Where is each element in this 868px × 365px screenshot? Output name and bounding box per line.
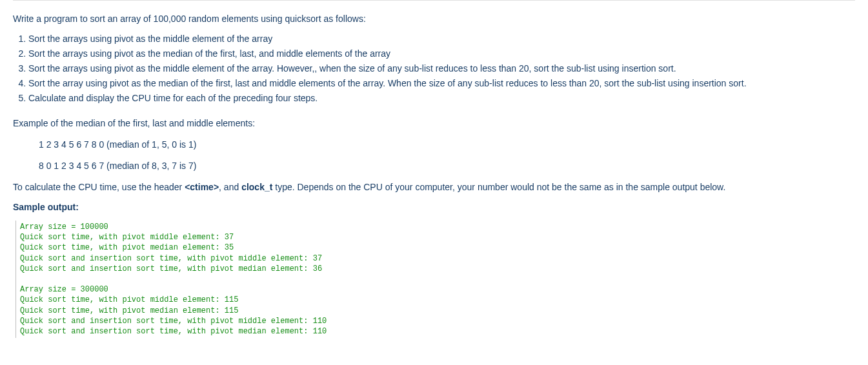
steps-list: Sort the arrays using pivot as the middl…: [13, 32, 855, 105]
calc-paragraph: To calculate the CPU time, use the heade…: [13, 181, 855, 194]
sample-output-label-text: Sample output:: [13, 202, 79, 212]
example-line: 1 2 3 4 5 6 7 8 0 (median of 1, 5, 0 is …: [39, 138, 855, 152]
top-divider: [13, 0, 855, 1]
sample-output-label: Sample output:: [13, 201, 855, 214]
example-block: 1 2 3 4 5 6 7 8 0 (median of 1, 5, 0 is …: [39, 138, 855, 173]
step-item: Sort the arrays using pivot as the middl…: [28, 62, 855, 75]
sample-output-block: Array size = 100000 Quick sort time, wit…: [15, 221, 855, 338]
step-item: Sort the arrays using pivot as the media…: [28, 47, 855, 61]
calc-text: To calculate the CPU time, use the heade…: [13, 182, 185, 192]
step-item: Calculate and display the CPU time for e…: [28, 92, 855, 105]
step-item: Sort the array using pivot as the median…: [28, 77, 855, 90]
step-item: Sort the arrays using pivot as the middl…: [28, 32, 855, 46]
intro-paragraph: Write a program to sort an array of 100,…: [13, 12, 855, 26]
clockt-keyword: clock_t: [241, 182, 272, 192]
calc-text: type. Depends on the CPU of your compute…: [272, 182, 725, 192]
example-heading: Example of the median of the first, last…: [13, 117, 855, 130]
calc-text: , and: [219, 182, 241, 192]
example-line: 8 0 1 2 3 4 5 6 7 (median of 8, 3, 7 is …: [39, 159, 855, 173]
ctime-keyword: <ctime>: [185, 182, 219, 192]
